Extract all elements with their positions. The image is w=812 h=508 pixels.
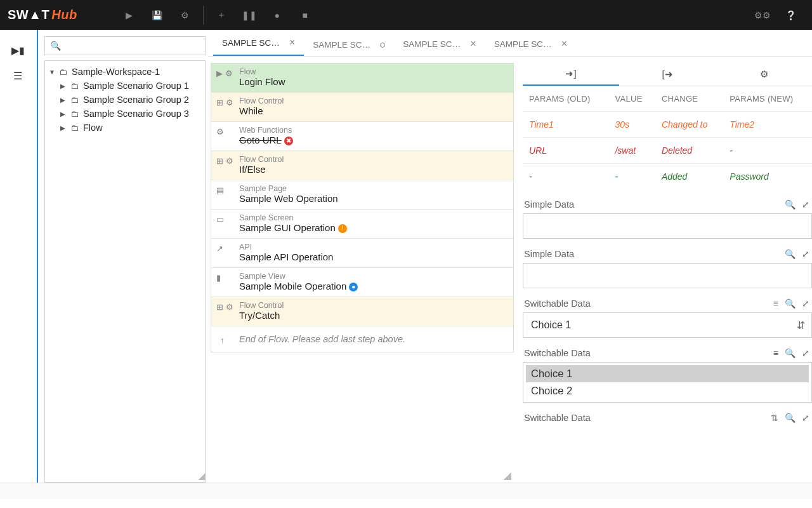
tree-panel[interactable]: ▼ 🗀 Sample-Workspace-1 ▶ 🗀 Sample Scenar… xyxy=(44,60,206,483)
data-listbox[interactable]: Choice 1Choice 2 xyxy=(523,362,812,403)
step-icon: ⚙ xyxy=(226,98,233,107)
settings-icon[interactable]: ⚙ xyxy=(171,0,199,30)
folder-icon: 🗀 xyxy=(70,95,79,105)
tab[interactable]: SAMPLE SCE... × xyxy=(213,30,304,56)
step-row[interactable]: ▤Sample PageSample Web Operation xyxy=(211,180,513,210)
close-icon[interactable]: × xyxy=(470,38,476,50)
step-icons: ⊞⚙ xyxy=(216,302,233,312)
section-action-icon[interactable]: ⇅ xyxy=(771,413,778,423)
step-icon: ▭ xyxy=(216,215,224,224)
table-cell: Time2 xyxy=(723,112,812,138)
step-icon: ⚙ xyxy=(216,127,224,137)
data-section-label: Switchable Data xyxy=(524,298,591,309)
step-row[interactable]: ▶⚙FlowLogin Flow xyxy=(211,64,513,93)
step-row[interactable]: ⚙Web FunctionsGoto URL✖ xyxy=(211,122,513,151)
save-icon[interactable]: 💾 xyxy=(143,0,171,30)
table-cell: - xyxy=(608,164,655,190)
step-row[interactable]: ⊞⚙Flow ControlTry/Catch xyxy=(211,297,513,326)
table-cell: /swat xyxy=(608,138,655,164)
tree-item[interactable]: ▶ 🗀 Sample Scenario Group 2 xyxy=(58,93,204,107)
pause-icon[interactable]: ❚❚ xyxy=(235,0,263,30)
section-action-icon[interactable]: ⤢ xyxy=(802,249,809,259)
data-select[interactable]: Choice 1 xyxy=(523,312,812,338)
tab-label: SAMPLE SCE... xyxy=(403,39,464,49)
tab[interactable]: SAMPLE SCE... × xyxy=(394,32,485,56)
resize-handle[interactable] xyxy=(198,472,206,480)
section-action-icon[interactable]: ≡ xyxy=(773,298,778,309)
list-option[interactable]: Choice 1 xyxy=(526,365,809,382)
tab[interactable]: SAMPLE SCE... xyxy=(304,34,394,56)
section-action-icon[interactable]: 🔍 xyxy=(785,348,796,358)
section-action-icon[interactable]: ⤢ xyxy=(802,199,809,210)
arrow-up-icon: ↑ xyxy=(220,335,225,345)
tab-label: SAMPLE SCE... xyxy=(313,40,374,50)
steps-panel[interactable]: ▶⚙FlowLogin Flow⊞⚙Flow ControlWhile⚙Web … xyxy=(211,63,514,352)
unsaved-icon[interactable] xyxy=(380,43,385,48)
rail-list-icon[interactable]: ☰ xyxy=(10,68,25,83)
tree-item[interactable]: ▶ 🗀 Sample Scenario Group 1 xyxy=(58,79,204,93)
section-action-icon[interactable]: 🔍 xyxy=(785,413,796,423)
right-panel-tabs: ➜] [➜ ⚙ xyxy=(523,63,812,86)
step-icons: ↗ xyxy=(216,244,223,253)
step-title: Sample Mobile Operation● xyxy=(239,281,507,291)
tree-item[interactable]: ▶ 🗀 Flow xyxy=(58,121,204,135)
folder-icon: 🗀 xyxy=(70,81,79,91)
section-action-icon[interactable]: ≡ xyxy=(773,348,778,358)
section-action-icon[interactable]: 🔍 xyxy=(785,199,796,210)
tree-workspace[interactable]: ▼ 🗀 Sample-Workspace-1 xyxy=(46,65,204,79)
data-section: Simple Data🔍⤢ xyxy=(523,198,812,239)
step-title: While xyxy=(239,105,507,116)
close-icon[interactable]: × xyxy=(561,38,567,50)
section-action-icon[interactable]: ⤢ xyxy=(802,298,809,309)
folder-icon: 🗀 xyxy=(59,67,68,77)
step-row[interactable]: ↗APISample API Operation xyxy=(211,239,513,268)
step-row[interactable]: ⊞⚙Flow ControlIf/Else xyxy=(211,151,513,180)
toolbar-divider xyxy=(203,6,204,25)
section-action-icon[interactable]: 🔍 xyxy=(785,298,796,309)
data-section-header: Switchable Data⇅🔍⤢ xyxy=(523,411,812,427)
data-section: Switchable Data≡🔍⤢Choice 1Choice 2 xyxy=(523,347,812,403)
section-action-icon[interactable]: ⤢ xyxy=(802,413,809,423)
rp-tab-output-icon[interactable]: [➜ xyxy=(619,63,716,86)
params-table: PARAMS (OLD) VALUE CHANGE PARAMS (NEW) T… xyxy=(523,86,812,189)
table-cell: Added xyxy=(655,164,723,190)
data-input[interactable] xyxy=(523,213,812,239)
step-row[interactable]: ⊞⚙Flow ControlWhile xyxy=(211,93,513,122)
resize-handle[interactable] xyxy=(504,472,511,480)
step-row[interactable]: ▮Sample ViewSample Mobile Operation● xyxy=(211,268,513,297)
data-input[interactable] xyxy=(523,263,812,288)
config-icon[interactable]: ⚙⚙ xyxy=(749,0,776,30)
caret-right-icon: ▶ xyxy=(60,110,67,117)
tree-item[interactable]: ▶ 🗀 Sample Scenario Group 3 xyxy=(58,107,204,121)
play-icon[interactable]: ▶ xyxy=(115,0,143,30)
section-action-icon[interactable]: ⤢ xyxy=(802,348,809,358)
search-input[interactable]: 🔍 xyxy=(44,36,206,55)
tab[interactable]: SAMPLE SCE... × xyxy=(485,32,576,56)
add-icon[interactable]: ＋ xyxy=(207,0,235,30)
data-section-header: Switchable Data≡🔍⤢ xyxy=(523,297,812,312)
right-panel: ➜] [➜ ⚙ PARAMS (OLD) VALUE CHANGE PARAMS… xyxy=(514,63,812,483)
step-row[interactable]: ▭Sample ScreenSample GUI Operation! xyxy=(211,210,513,239)
record-icon[interactable]: ● xyxy=(263,0,291,30)
logo-hub: Hub xyxy=(51,8,77,22)
rp-tab-input-icon[interactable]: ➜] xyxy=(523,63,619,86)
step-icons: ⊞⚙ xyxy=(216,98,233,107)
close-icon[interactable]: × xyxy=(289,37,295,48)
rail-explorer-icon[interactable]: ▶▮ xyxy=(10,43,25,58)
section-action-icon[interactable]: 🔍 xyxy=(785,249,796,259)
step-category: Flow Control xyxy=(239,97,507,105)
tab-label: SAMPLE SCE... xyxy=(222,38,283,48)
help-icon[interactable]: ❔ xyxy=(776,0,804,30)
data-section: Simple Data🔍⤢ xyxy=(523,248,812,288)
rp-tab-settings-icon[interactable]: ⚙ xyxy=(716,63,812,86)
stop-icon[interactable]: ■ xyxy=(291,0,319,30)
th: PARAMS (NEW) xyxy=(723,86,812,112)
data-section: Switchable Data≡🔍⤢Choice 1 xyxy=(523,297,812,338)
step-category: Sample View xyxy=(239,272,507,281)
th: CHANGE xyxy=(655,86,723,112)
main-area: ▶▮ ☰ 🔍 ▼ 🗀 Sample-Workspace-1 ▶ 🗀 Sample… xyxy=(0,30,812,483)
caret-right-icon: ▶ xyxy=(60,97,67,104)
list-option[interactable]: Choice 2 xyxy=(526,382,809,399)
step-category: Flow Control xyxy=(239,155,507,164)
data-section-header: Switchable Data≡🔍⤢ xyxy=(523,347,812,362)
